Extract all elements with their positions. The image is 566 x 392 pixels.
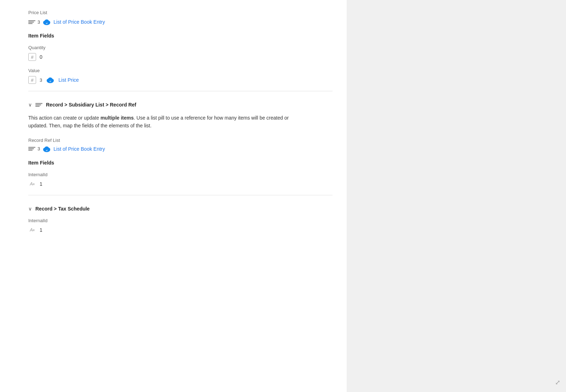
salesforce-cloud-icon-3: sf xyxy=(42,146,51,152)
subsidiary-list-section: ∨ Record > Subsidiary List > Record Ref … xyxy=(28,102,333,188)
internal-id-subsidiary-value-row: Aa 1 xyxy=(28,180,333,188)
price-list-label: Price List xyxy=(28,10,333,15)
value-value-row: # 3 sf List Price xyxy=(28,76,333,84)
internal-id-tax-text-icon: Aa xyxy=(28,226,36,234)
value-label: Value xyxy=(28,68,333,73)
salesforce-cloud-icon-2: sf xyxy=(46,77,55,83)
subsidiary-pill-text[interactable]: List of Price Book Entry xyxy=(53,146,105,152)
svg-text:sf: sf xyxy=(46,149,48,151)
subsidiary-pill-number: 3 xyxy=(37,146,40,151)
subsidiary-chevron-icon[interactable]: ∨ xyxy=(28,102,32,108)
subsidiary-list-title: Record > Subsidiary List > Record Ref xyxy=(46,102,136,108)
quantity-hash-icon: # xyxy=(28,53,36,61)
salesforce-cloud-icon-1: sf xyxy=(42,19,51,25)
internal-id-tax-value: 1 xyxy=(40,227,42,233)
right-panel: ⤢ xyxy=(347,0,566,392)
item-fields-label-2: Item Fields xyxy=(28,160,333,166)
expand-icon[interactable]: ⤢ xyxy=(555,379,560,386)
internal-id-tax-label: InternalId xyxy=(28,218,333,223)
subsidiary-pill-layers-icon xyxy=(28,147,35,151)
svg-text:sf: sf xyxy=(50,80,51,82)
value-pill-text[interactable]: List Price xyxy=(58,77,79,83)
subsidiary-pill-row: 3 sf List of Price Book Entry xyxy=(28,146,333,152)
record-ref-label: Record Ref List xyxy=(28,138,333,143)
quantity-label: Quantity xyxy=(28,45,333,50)
internal-id-subsidiary-label: InternalId xyxy=(28,172,333,177)
price-list-section: Price List 3 sf List of Price Book Entry… xyxy=(28,10,333,84)
layers-icon xyxy=(28,20,35,24)
internal-id-subsidiary-value: 1 xyxy=(40,181,42,187)
subsidiary-layers-icon xyxy=(35,103,42,107)
price-list-pill-row: 3 sf List of Price Book Entry xyxy=(28,19,333,25)
internal-id-subsidiary-section: InternalId Aa 1 xyxy=(28,172,333,188)
tax-schedule-chevron-icon[interactable]: ∨ xyxy=(28,206,32,212)
item-fields-label-1: Item Fields xyxy=(28,33,333,39)
main-panel: Price List 3 sf List of Price Book Entry… xyxy=(0,0,347,392)
record-ref-list-section: Record Ref List 3 sf List of Price Book … xyxy=(28,138,333,152)
quantity-value: 0 xyxy=(40,54,42,60)
tax-schedule-section: ∨ Record > Tax Schedule InternalId Aa 1 xyxy=(28,206,333,234)
svg-text:sf: sf xyxy=(46,22,48,24)
tax-schedule-title: Record > Tax Schedule xyxy=(35,206,89,212)
subsidiary-description: This action can create or update multipl… xyxy=(28,114,304,130)
price-list-number: 3 xyxy=(37,19,40,25)
tax-schedule-header: ∨ Record > Tax Schedule xyxy=(28,206,333,212)
price-list-pill-text[interactable]: List of Price Book Entry xyxy=(53,19,105,25)
value-hash-icon: # xyxy=(28,76,36,84)
quantity-value-row: # 0 xyxy=(28,53,333,61)
value-number: 3 xyxy=(40,77,42,83)
quantity-field-section: Quantity # 0 xyxy=(28,45,333,61)
internal-id-subsidiary-text-icon: Aa xyxy=(28,180,36,188)
internal-id-tax-value-row: Aa 1 xyxy=(28,226,333,234)
value-field-section: Value # 3 sf List Price xyxy=(28,68,333,84)
internal-id-tax-section: InternalId Aa 1 xyxy=(28,218,333,234)
subsidiary-list-header: ∨ Record > Subsidiary List > Record Ref xyxy=(28,102,333,108)
